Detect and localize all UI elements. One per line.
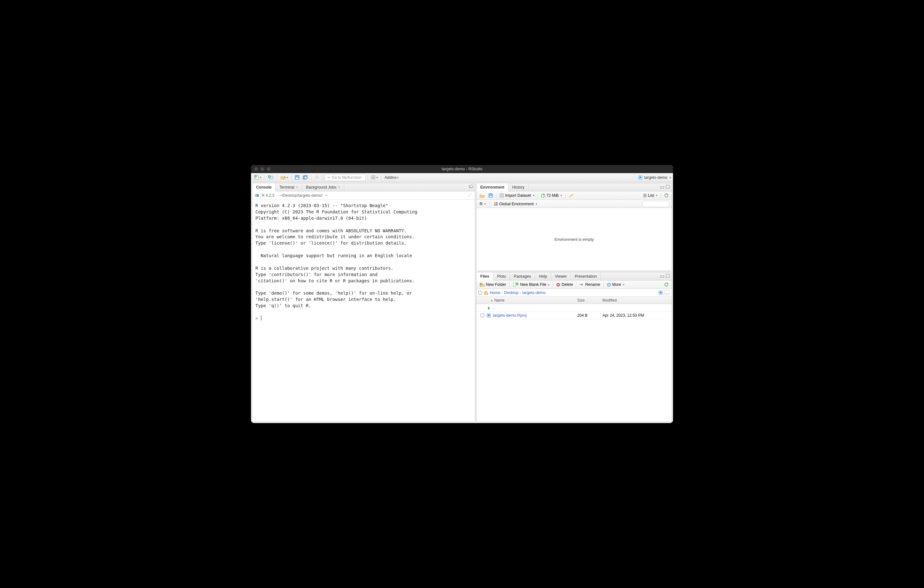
console-prompt: > xyxy=(256,316,258,321)
pane-maximize-button[interactable] xyxy=(665,184,670,189)
svg-point-39 xyxy=(609,284,609,285)
close-window-button[interactable] xyxy=(254,167,258,171)
close-icon[interactable]: × xyxy=(296,185,298,189)
environment-search-input[interactable] xyxy=(642,201,670,207)
rproject-icon[interactable]: R xyxy=(658,290,663,295)
rename-button[interactable]: Rename xyxy=(578,281,601,288)
r-version-label: R 4.2.3 xyxy=(262,193,274,198)
tab-presentation[interactable]: Presentation xyxy=(571,272,601,280)
path-more-button[interactable]: … xyxy=(664,290,670,295)
svg-rect-24 xyxy=(500,194,503,198)
breadcrumb-targets-demo[interactable]: targets-demo xyxy=(523,290,546,295)
workspace-panes-button[interactable]: ▾ xyxy=(370,174,379,181)
view-mode-list[interactable]: List ▾ xyxy=(642,192,659,199)
environment-pane: Environment History Import Dataset ▾ xyxy=(476,183,672,271)
environment-tabstrip: Environment History xyxy=(477,183,672,191)
file-row[interactable]: R targets-demo.Rproj 204 B Apr 24, 2023,… xyxy=(477,311,672,319)
language-selector[interactable]: R ▾ xyxy=(478,201,487,208)
project-selector[interactable]: R targets-demo ▾ xyxy=(638,175,671,180)
goto-file-function-input[interactable]: Go to file/function xyxy=(325,174,366,181)
new-blank-file-button[interactable]: New Blank File ▾ xyxy=(512,281,551,288)
clear-console-button[interactable] xyxy=(467,193,473,198)
chevron-down-icon: ▾ xyxy=(561,194,562,197)
popout-icon[interactable] xyxy=(324,194,328,198)
tab-background-jobs[interactable]: Background Jobs× xyxy=(302,183,345,191)
console-output[interactable]: R version 4.2.3 (2023-03-15) -- "Shortst… xyxy=(252,199,475,422)
file-modified: Apr 24, 2023, 12:53 PM xyxy=(602,313,672,318)
chevron-down-icon: ▾ xyxy=(623,283,624,286)
tab-files[interactable]: Files xyxy=(477,272,493,280)
environment-body: Environment is empty xyxy=(477,208,672,271)
files-tabstrip: Files Plots Packages Help Viewer Present… xyxy=(477,272,672,280)
globe-icon xyxy=(494,202,498,206)
import-dataset-button[interactable]: Import Dataset ▾ xyxy=(498,192,536,199)
delete-button[interactable]: Delete xyxy=(555,281,574,288)
traffic-lights xyxy=(254,167,271,171)
column-size[interactable]: Size xyxy=(577,298,602,303)
chevron-down-icon: ▾ xyxy=(260,176,261,179)
memory-usage-button[interactable]: 72 MiB ▾ xyxy=(540,192,563,199)
svg-rect-11 xyxy=(316,176,318,177)
files-header-row: ▲Name Size Modified xyxy=(477,296,672,304)
svg-rect-13 xyxy=(373,176,375,177)
console-header: R R 4.2.3 · ~/Desktop/targets-demo/ xyxy=(252,191,475,199)
more-button[interactable]: More ▾ xyxy=(606,281,626,288)
console-pane: Console Terminal× Background Jobs× R R 4… xyxy=(252,183,475,422)
pane-minimize-button[interactable] xyxy=(660,273,665,278)
load-workspace-button[interactable] xyxy=(478,192,486,199)
svg-rect-20 xyxy=(660,187,664,188)
tab-plots[interactable]: Plots xyxy=(493,272,510,280)
tab-history[interactable]: History xyxy=(508,183,528,191)
chevron-right-icon: › xyxy=(502,290,503,295)
rproject-icon: R xyxy=(638,175,642,180)
working-directory-path[interactable]: ~/Desktop/targets-demo/ xyxy=(279,193,322,198)
new-file-button[interactable]: ▾ xyxy=(253,174,262,181)
pane-maximize-button[interactable] xyxy=(469,184,474,189)
addins-menu[interactable]: Addins ▾ xyxy=(383,174,400,181)
pane-minimize-button[interactable] xyxy=(660,184,665,189)
save-button[interactable] xyxy=(294,174,301,181)
svg-rect-5 xyxy=(296,178,298,179)
window-title: targets-demo - RStudio xyxy=(442,167,482,171)
file-checkbox[interactable] xyxy=(480,313,484,317)
new-folder-button[interactable]: New Folder xyxy=(478,281,507,288)
zoom-window-button[interactable] xyxy=(267,167,271,171)
environment-empty-label: Environment is empty xyxy=(554,237,594,242)
refresh-files-button[interactable] xyxy=(663,281,670,288)
close-icon[interactable]: × xyxy=(338,185,340,189)
chevron-down-icon: ▾ xyxy=(670,176,671,179)
file-row-updir[interactable]: .. xyxy=(477,304,672,311)
clear-workspace-button[interactable] xyxy=(568,192,575,199)
print-button[interactable] xyxy=(314,174,320,181)
new-project-button[interactable] xyxy=(267,174,275,181)
breadcrumb-home[interactable]: Home xyxy=(490,290,500,295)
minimize-window-button[interactable] xyxy=(261,167,264,171)
environment-search[interactable] xyxy=(642,201,670,207)
save-workspace-button[interactable] xyxy=(487,192,494,199)
refresh-button[interactable] xyxy=(663,192,670,199)
tab-console[interactable]: Console xyxy=(252,183,276,191)
chevron-down-icon: ▾ xyxy=(484,203,486,206)
tab-viewer[interactable]: Viewer xyxy=(551,272,571,280)
select-all-checkbox[interactable] xyxy=(478,291,482,295)
svg-rect-33 xyxy=(666,274,670,277)
breadcrumb-desktop[interactable]: Desktop xyxy=(504,290,519,295)
pane-maximize-button[interactable] xyxy=(665,273,670,278)
column-modified[interactable]: Modified xyxy=(602,298,672,303)
tab-help[interactable]: Help xyxy=(535,272,551,280)
tab-terminal[interactable]: Terminal× xyxy=(276,183,302,191)
home-icon[interactable] xyxy=(483,290,488,295)
file-name-link[interactable]: targets-demo.Rproj xyxy=(493,313,526,318)
tab-packages[interactable]: Packages xyxy=(510,272,535,280)
svg-rect-26 xyxy=(569,196,571,198)
svg-rect-27 xyxy=(494,202,496,204)
chevron-down-icon: ▾ xyxy=(376,176,378,179)
save-all-button[interactable] xyxy=(301,174,309,181)
environment-scope-selector[interactable]: Global Environment ▾ xyxy=(493,201,538,208)
open-file-button[interactable]: ▾ xyxy=(279,174,289,181)
column-name[interactable]: ▲Name xyxy=(477,298,577,303)
svg-rect-30 xyxy=(496,204,498,206)
content-area: Console Terminal× Background Jobs× R R 4… xyxy=(251,182,673,423)
tab-environment[interactable]: Environment xyxy=(477,183,508,191)
chevron-down-icon: ▾ xyxy=(287,176,288,179)
